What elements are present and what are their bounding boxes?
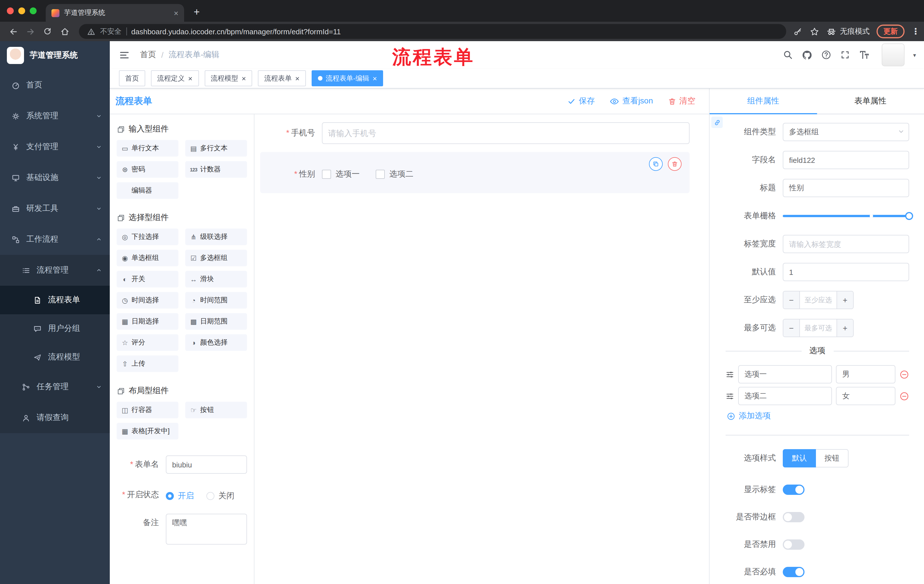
add-option-button[interactable]: 添加选项: [727, 411, 909, 421]
reload-button[interactable]: [40, 24, 55, 39]
chip-date-range[interactable]: ▩日期范围: [185, 313, 247, 330]
chip-time-picker[interactable]: ◷时间选择: [117, 292, 178, 309]
increase-button[interactable]: +: [837, 319, 853, 337]
option-2-name-input[interactable]: [738, 387, 832, 405]
canvas-field-phone[interactable]: *手机号: [260, 122, 690, 144]
chip-table-wip[interactable]: ▦表格[开发中]: [117, 423, 178, 439]
tag-process-form-edit[interactable]: 流程表单-编辑 ×: [312, 70, 383, 86]
tab-close-icon[interactable]: ×: [174, 9, 178, 17]
sidebar-item-payment[interactable]: 支付管理: [0, 132, 110, 162]
status-radio-closed[interactable]: 关闭: [206, 491, 234, 501]
tag-process-model[interactable]: 流程模型 ×: [205, 70, 252, 86]
option-style-default-button[interactable]: 默认: [783, 449, 816, 467]
tag-process-form[interactable]: 流程表单 ×: [258, 70, 305, 86]
delete-component-button[interactable]: [668, 157, 681, 171]
decrease-button[interactable]: −: [783, 319, 799, 337]
collapse-sidebar-button[interactable]: [119, 49, 130, 60]
browser-update-button[interactable]: 更新: [876, 25, 904, 38]
link-icon[interactable]: [711, 117, 723, 128]
drag-handle-icon[interactable]: [726, 392, 734, 400]
sidebar-item-home[interactable]: 首页: [0, 70, 110, 100]
chip-editor[interactable]: 编辑器: [117, 182, 178, 199]
option-1-value-input[interactable]: [836, 365, 895, 383]
sidebar-item-devtools[interactable]: 研发工具: [0, 193, 110, 224]
search-button[interactable]: [783, 50, 793, 60]
grid-slider[interactable]: [783, 207, 909, 225]
breadcrumb-home[interactable]: 首页: [140, 50, 156, 60]
password-key-button[interactable]: [793, 26, 803, 36]
default-value-input[interactable]: [783, 263, 909, 281]
slider-handle[interactable]: [905, 212, 913, 220]
label-width-input[interactable]: [783, 235, 909, 253]
status-radio-open[interactable]: 开启: [166, 491, 194, 501]
view-json-button[interactable]: 查看json: [610, 96, 653, 106]
chip-password[interactable]: ⊛密码: [117, 161, 178, 178]
component-type-value[interactable]: [783, 123, 909, 141]
tag-process-definition[interactable]: 流程定义 ×: [151, 70, 199, 86]
chip-counter[interactable]: 123计数器: [185, 161, 247, 178]
minimize-window-button[interactable]: [18, 7, 25, 14]
sidebar-item-task-mgmt[interactable]: 任务管理: [0, 372, 110, 402]
disabled-toggle[interactable]: [783, 540, 805, 550]
tab-component-props[interactable]: 组件属性: [710, 89, 817, 114]
phone-input[interactable]: [322, 122, 690, 144]
border-toggle[interactable]: [783, 512, 805, 522]
chip-single-line-text[interactable]: ▭单行文本: [117, 140, 178, 156]
forward-button[interactable]: [23, 24, 38, 39]
chip-cascader[interactable]: ⋔级联选择: [185, 229, 247, 245]
form-canvas[interactable]: *手机号 *性别 选项一 选项二: [254, 114, 709, 584]
canvas-field-gender-selected[interactable]: *性别 选项一 选项二: [260, 152, 690, 193]
increase-button[interactable]: +: [837, 291, 853, 309]
chip-multi-line-text[interactable]: ▤多行文本: [185, 140, 247, 156]
font-size-button[interactable]: [859, 49, 870, 60]
chip-time-range[interactable]: ◔时间范围: [185, 292, 247, 309]
decrease-button[interactable]: −: [783, 291, 799, 309]
chip-select[interactable]: ◎下拉选择: [117, 229, 178, 245]
help-button[interactable]: [821, 50, 832, 60]
back-button[interactable]: [6, 24, 21, 39]
sidebar-item-process-mgmt[interactable]: 流程管理: [0, 255, 110, 286]
max-checked-placeholder[interactable]: 最多可选: [799, 319, 837, 337]
option-style-button-button[interactable]: 按钮: [816, 449, 848, 467]
avatar-caret-icon[interactable]: ▾: [913, 52, 916, 58]
browser-menu-button[interactable]: ⋮: [911, 26, 918, 36]
home-button[interactable]: [57, 24, 72, 39]
avatar[interactable]: [882, 43, 904, 66]
new-tab-button[interactable]: +: [189, 4, 205, 20]
maximize-window-button[interactable]: [30, 7, 36, 14]
sidebar-item-workflow[interactable]: 工作流程: [0, 224, 110, 255]
title-input[interactable]: [783, 179, 909, 197]
tag-close-icon[interactable]: ×: [188, 74, 192, 82]
option-1-name-input[interactable]: [738, 365, 832, 383]
min-checked-placeholder[interactable]: 至少应选: [799, 291, 837, 309]
sidebar-item-infra[interactable]: 基础设施: [0, 162, 110, 193]
tag-close-icon[interactable]: ×: [242, 74, 246, 82]
chip-checkbox-group[interactable]: ☑多选框组: [185, 250, 247, 266]
sidebar-item-process-model[interactable]: 流程模型: [0, 343, 110, 372]
bookmark-star-button[interactable]: [810, 26, 819, 36]
sidebar-item-leave-query[interactable]: 请假查询: [0, 402, 110, 433]
save-button[interactable]: 保存: [568, 96, 595, 106]
chip-upload[interactable]: ⇧上传: [117, 355, 178, 372]
form-remark-textarea[interactable]: 嘿嘿: [166, 514, 247, 545]
gender-option-1-checkbox[interactable]: 选项一: [322, 169, 360, 179]
github-button[interactable]: [802, 49, 812, 60]
chip-slider[interactable]: ↔滑块: [185, 271, 247, 288]
tag-close-icon[interactable]: ×: [295, 74, 299, 82]
sidebar-item-process-form[interactable]: 流程表单: [0, 286, 110, 314]
drag-handle-icon[interactable]: [726, 370, 734, 378]
clear-button[interactable]: 清空: [668, 96, 695, 106]
chip-date-picker[interactable]: ▦日期选择: [117, 313, 178, 330]
remove-option-button[interactable]: [899, 369, 909, 379]
gender-option-2-checkbox[interactable]: 选项二: [376, 169, 413, 179]
fullscreen-button[interactable]: [840, 50, 850, 60]
show-label-toggle[interactable]: [783, 485, 805, 495]
remove-option-button[interactable]: [899, 391, 909, 401]
close-window-button[interactable]: [7, 7, 14, 14]
address-bar[interactable]: 不安全 dashboard.yudao.iocoder.cn/bpm/manag…: [79, 24, 786, 39]
tag-close-icon[interactable]: ×: [373, 74, 377, 82]
sidebar-item-user-group[interactable]: 用户分组: [0, 314, 110, 343]
browser-tab[interactable]: 芋道管理系统 ×: [46, 4, 184, 22]
chip-radio-group[interactable]: ◉单选框组: [117, 250, 178, 266]
chip-rate[interactable]: ☆评分: [117, 334, 178, 351]
